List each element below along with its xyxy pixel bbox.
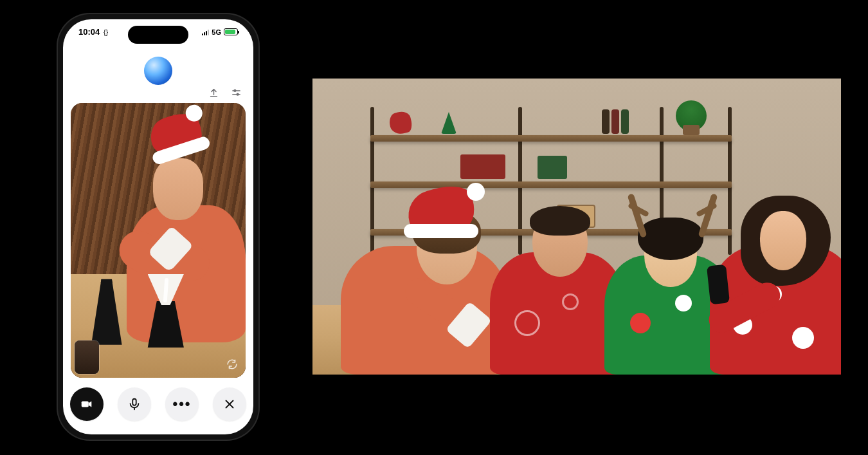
shelf	[370, 135, 732, 142]
reindeer-antlers-icon	[628, 180, 718, 238]
wide-camera-feed	[312, 79, 841, 375]
network-type: 5G	[212, 28, 221, 36]
person-4	[710, 169, 841, 375]
coffee-dripper-icon	[141, 270, 191, 348]
status-time-value: 10:04	[78, 27, 100, 37]
person-1	[341, 169, 508, 375]
video-feed[interactable]	[71, 103, 246, 378]
status-time: 10:04 {}	[78, 27, 108, 37]
dynamic-island	[128, 26, 188, 44]
upload-icon[interactable]	[208, 88, 219, 101]
more-button[interactable]: •••	[165, 387, 199, 421]
avatar[interactable]	[144, 57, 172, 85]
header-actions	[208, 88, 242, 101]
flip-camera-icon[interactable]	[224, 356, 240, 373]
camera-button[interactable]	[70, 387, 104, 421]
close-button[interactable]	[213, 387, 246, 421]
status-time-extra: {}	[104, 28, 108, 36]
tree-icon	[441, 112, 457, 134]
handheld-phone-icon	[707, 265, 730, 305]
app-header	[63, 50, 253, 91]
book	[621, 109, 629, 134]
phone-screen: 10:04 {} 5G	[63, 19, 253, 434]
status-right: 5G	[202, 27, 238, 37]
book	[602, 109, 610, 134]
book	[611, 109, 619, 134]
cellular-signal-icon	[202, 29, 209, 35]
mic-button[interactable]	[118, 387, 151, 421]
call-controls: •••	[63, 383, 253, 425]
iphone-device-frame: 10:04 {} 5G	[57, 13, 260, 441]
svg-rect-2	[82, 401, 89, 407]
filter-icon[interactable]	[231, 88, 242, 101]
plant-pot	[683, 125, 700, 135]
svg-rect-3	[132, 399, 136, 405]
self-view-pip[interactable]	[75, 340, 99, 374]
battery-icon	[224, 28, 238, 35]
